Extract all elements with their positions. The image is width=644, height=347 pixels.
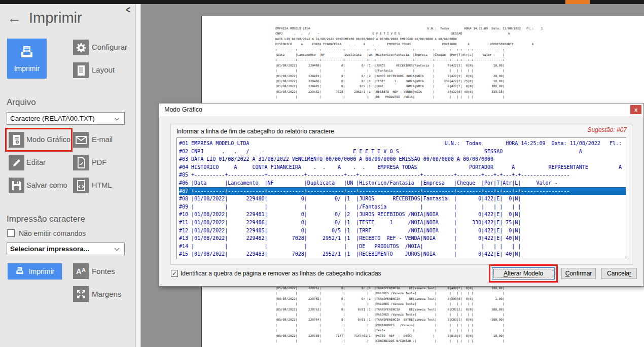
document-gear-icon bbox=[12, 134, 22, 146]
report-line: HISTORICO A CONTA FINANCEIRA . . A . . E… bbox=[275, 42, 543, 47]
save-as-button[interactable] bbox=[9, 178, 24, 193]
report-line: | | | | | |VALORES /Vaneza Teste| | | | … bbox=[275, 312, 505, 317]
no-commands-checkbox[interactable] bbox=[7, 229, 15, 237]
code-document-icon bbox=[76, 180, 86, 191]
page-title: Imprimir bbox=[29, 10, 82, 26]
chevron-down-icon bbox=[115, 116, 120, 121]
report-preview-top: EMPRESA MODELO LTDA U.N.: Todas HORA 14:… bbox=[275, 26, 543, 100]
margins-button[interactable] bbox=[73, 286, 89, 302]
header-line[interactable]: #09 | | | | | |/Fantasia | | | | | | | bbox=[179, 203, 626, 211]
collapse-sidebar-icon[interactable]: < bbox=[126, 4, 130, 16]
top-bar bbox=[0, 0, 644, 4]
report-line: |01/08/2022| 229480| 0| 0/ |1 |JUROS REC… bbox=[275, 63, 543, 68]
header-line[interactable]: #05 +----------+------------+-----------… bbox=[179, 171, 626, 179]
pdf-button[interactable] bbox=[73, 155, 89, 170]
modo-grafico-label[interactable]: Modo Gráfico bbox=[26, 135, 70, 144]
html-button[interactable] bbox=[73, 178, 89, 193]
report-line: |05/08/2022| 229762| 0| 0/ |1 |TRANSFERE… bbox=[275, 296, 505, 301]
report-line: |01/08/2022| 229486| 0| 0/ |1 |TESTE 1 /… bbox=[275, 79, 543, 84]
header-line[interactable]: #13 |01/08/2022| 229482| 7028| 2952/1 |1… bbox=[179, 234, 626, 242]
fonts-icon: AA bbox=[76, 267, 86, 275]
html-label[interactable]: HTML bbox=[92, 181, 112, 189]
header-line[interactable]: #07 +----------+------------+-----------… bbox=[179, 187, 626, 195]
header-line[interactable]: #04 HISTORICO A CONTA FINANCEIRA . . A .… bbox=[179, 163, 626, 171]
char-print-label: Imprimir bbox=[29, 267, 55, 275]
printer-select-value: Selecionar impressora... bbox=[10, 245, 89, 253]
report-line: | | | | | |CONCEDIDOS Ñ/CONTAB /| | | | … bbox=[275, 338, 505, 343]
back-arrow-icon[interactable]: ← bbox=[7, 10, 21, 26]
report-line: EMPRESA MODELO LTDA U.N.: Todas HORA 14:… bbox=[275, 26, 543, 31]
email-button[interactable] bbox=[73, 132, 89, 148]
modo-grafico-dialog: Modo Gráfico x Informar a linha de fim d… bbox=[159, 103, 644, 287]
email-label[interactable]: E-mail bbox=[92, 135, 113, 144]
page-break-checkbox[interactable]: ✓ bbox=[171, 270, 178, 277]
report-line: | | | | | |DE PRODUTOS /NOIA| | | | | | … bbox=[275, 94, 543, 99]
print-sidebar: < ← Imprimir Imprimir Configurar Layout … bbox=[0, 4, 136, 347]
report-line: | | | | | |PORTADORES /Vaneza| | | | | |… bbox=[275, 323, 505, 328]
printer-icon bbox=[19, 45, 34, 61]
pdf-label[interactable]: PDF bbox=[92, 158, 106, 166]
report-line: |01/08/2022| 229485| 0| 0/5 |1 |IRRF /NO… bbox=[275, 84, 543, 89]
header-line[interactable]: #11 |01/08/2022| 229486| 0| 0/ |1 |TESTE… bbox=[179, 219, 626, 227]
printer-select[interactable]: Selecionar impressora... bbox=[7, 242, 125, 255]
char-print-button[interactable]: Imprimir bbox=[8, 263, 62, 280]
report-line: +----------+------------+------------+--… bbox=[275, 47, 543, 52]
chevron-down-icon bbox=[115, 246, 120, 251]
header-line[interactable]: #14 | | | | | |DE PRODUTOS /NOIA| | | | … bbox=[179, 242, 626, 251]
report-line: DATA LIQ 01/08/2022 A 31/08/2022 VENCIME… bbox=[275, 37, 543, 42]
top-bar-orange-accent bbox=[565, 0, 590, 4]
printer-icon bbox=[15, 266, 24, 277]
header-line[interactable]: #01 EMPRESA MODELO LTDA U.N.: Todas HORA… bbox=[179, 140, 626, 148]
pdf-document-icon bbox=[76, 157, 86, 168]
header-line[interactable]: #10 |01/08/2022| 229481| 0| 0/ |2 |JUROS… bbox=[179, 211, 626, 219]
layout-label[interactable]: Layout bbox=[92, 65, 115, 74]
save-as-label[interactable]: Salvar como bbox=[26, 181, 67, 189]
expand-arrows-icon bbox=[76, 289, 86, 299]
header-line[interactable]: #08 |01/08/2022| 229480| 0| 0/ |1 |JUROS… bbox=[179, 195, 626, 203]
dialog-titlebar: Modo Gráfico bbox=[159, 103, 643, 116]
floppy-disk-icon bbox=[12, 181, 22, 191]
layout-button[interactable] bbox=[73, 62, 89, 78]
report-line: | | | | | |VALORES /Vaneza Teste| | | | … bbox=[275, 291, 505, 296]
edit-label[interactable]: Editar bbox=[26, 158, 46, 166]
margins-label[interactable]: Margens bbox=[92, 290, 121, 298]
envelope-icon bbox=[76, 136, 87, 144]
header-line[interactable]: #12 |01/08/2022| 229485| 0| 0/5 |1 |IRRF… bbox=[179, 227, 626, 235]
alterar-modelo-button[interactable]: Alterar Modelo bbox=[492, 267, 555, 280]
pencil-icon bbox=[12, 158, 22, 168]
configure-button[interactable] bbox=[73, 40, 89, 55]
header-line[interactable]: #03 DATA LIQ 01/08/2022 A 31/08/2022 VEN… bbox=[179, 155, 626, 163]
report-line: CNPJ . . / - E F E T I V O S SESSAO A bbox=[275, 31, 543, 36]
report-line: |01/08/2022| 229481| 0| 0/ |2 |JUROS REC… bbox=[275, 74, 543, 79]
report-line: |01/08/2022| 229482| 7028| 2952/1 |1 |RE… bbox=[275, 89, 543, 94]
dialog-title: Modo Gráfico bbox=[164, 106, 202, 113]
print-primary-button[interactable]: Imprimir bbox=[7, 39, 47, 79]
instruction-label: Informar a linha de fim de cabeçalho do … bbox=[176, 128, 334, 135]
confirmar-button[interactable]: Confirmar bbox=[561, 268, 596, 279]
close-button[interactable]: x bbox=[630, 105, 641, 114]
sidebar-edge-strip bbox=[136, 4, 141, 347]
fonts-button[interactable]: AA bbox=[73, 263, 89, 279]
document-icon bbox=[76, 65, 86, 76]
cancelar-button[interactable]: Cancelar bbox=[601, 268, 637, 279]
app-window: < ← Imprimir Imprimir Configurar Layout … bbox=[0, 0, 644, 347]
edit-button[interactable] bbox=[9, 155, 24, 170]
header-line[interactable]: #06 |Data |Lancamento |NF |Duplicata |UN… bbox=[179, 179, 626, 187]
fonts-label[interactable]: Fontes bbox=[92, 267, 115, 275]
page-break-checkbox-label[interactable]: Identificar a quebra de página e remover… bbox=[181, 270, 381, 277]
report-line: +----------+------------+------------+--… bbox=[275, 57, 543, 62]
header-line[interactable]: #15 |01/08/2022| 229483| 7028| 2952/1 |1… bbox=[179, 250, 626, 258]
file-format-value: Caractere (RELATA00.TXT) bbox=[10, 115, 95, 122]
report-line: |05/08/2022| 229764| 0| 0/01 |1 |TRANSFE… bbox=[275, 317, 505, 322]
header-line[interactable]: #02 CNPJ . . / - E F E T I V O S SESSAO … bbox=[179, 148, 626, 156]
modo-grafico-button[interactable] bbox=[9, 132, 24, 148]
report-line: | | | | | |Teste | | | | | | | | bbox=[275, 328, 505, 333]
no-commands-label[interactable]: Não emitir comandos bbox=[19, 229, 86, 237]
print-primary-label: Imprimir bbox=[14, 64, 40, 73]
suggestion-label: Sugestão: #07 bbox=[588, 126, 627, 133]
report-line: |05/08/2022| 229755| 7147| 7147/01|1 |PA… bbox=[275, 333, 505, 338]
report-line: |Data |Lancamento |NF |Duplicata |UN |Hi… bbox=[275, 52, 543, 57]
file-format-select[interactable]: Caractere (RELATA00.TXT) bbox=[7, 112, 125, 125]
configure-label[interactable]: Configurar bbox=[92, 43, 127, 51]
gear-icon bbox=[76, 42, 87, 53]
